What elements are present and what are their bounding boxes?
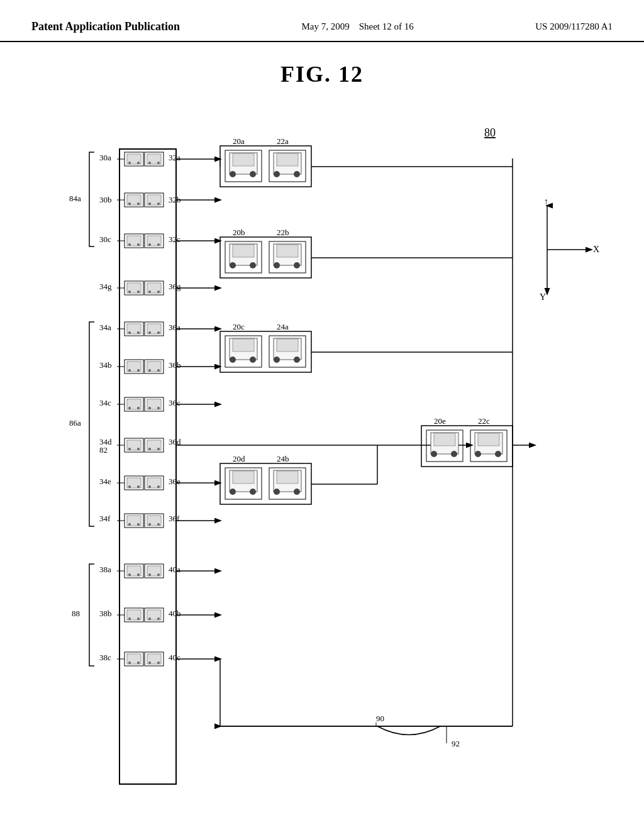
svg-point-167 [294, 171, 300, 177]
label-38c: 38c [99, 653, 111, 662]
label-90: 90 [376, 714, 384, 723]
conveyor-row-34d [125, 438, 164, 452]
svg-point-98 [157, 485, 160, 488]
svg-rect-198 [277, 471, 298, 484]
label-88: 88 [72, 609, 80, 618]
svg-point-60 [137, 369, 140, 372]
svg-point-4 [128, 162, 131, 164]
label-Y: Y [540, 292, 546, 302]
svg-point-142 [157, 661, 160, 664]
svg-point-200 [294, 489, 300, 495]
svg-point-53 [148, 331, 151, 334]
patent-diagram: 80 30a [31, 111, 610, 830]
svg-point-42 [148, 290, 151, 293]
label-34e: 34e [99, 477, 111, 486]
label-38a: 38a [99, 565, 111, 574]
label-84a: 84a [69, 194, 81, 203]
svg-rect-176 [277, 245, 298, 257]
svg-point-184 [250, 357, 256, 363]
svg-point-32 [157, 243, 160, 246]
label-24a: 24a [277, 322, 289, 331]
conveyor-row-34g [125, 281, 164, 295]
svg-point-16 [137, 202, 140, 205]
svg-point-9 [148, 162, 151, 164]
svg-point-31 [148, 243, 151, 246]
svg-point-194 [230, 489, 236, 495]
svg-point-75 [148, 407, 151, 409]
svg-point-166 [274, 171, 280, 177]
label-40c: 40c [169, 653, 180, 662]
svg-point-15 [128, 202, 131, 205]
svg-point-82 [137, 448, 140, 450]
conveyor-row-38c [125, 652, 164, 666]
label-36b: 36b [169, 360, 181, 370]
figure-title: FIG. 12 [0, 61, 644, 87]
svg-point-199 [274, 489, 280, 495]
patent-number-label: US 2009/117280 A1 [535, 19, 613, 32]
svg-point-49 [137, 331, 140, 334]
svg-rect-204 [434, 433, 455, 446]
svg-point-103 [128, 523, 131, 526]
label-82: 82 [99, 445, 108, 455]
svg-point-114 [128, 573, 131, 576]
svg-point-70 [128, 407, 131, 409]
svg-point-26 [128, 243, 131, 246]
svg-point-211 [495, 451, 501, 457]
conveyor-row-34e [125, 476, 164, 490]
label-36e: 36e [169, 477, 180, 486]
label-22b: 22b [277, 228, 289, 237]
svg-point-54 [157, 331, 160, 334]
date-label: May 7, 2009 Sheet 12 of 16 [301, 19, 413, 32]
label-20e: 20e [434, 416, 446, 426]
label-38b: 38b [99, 609, 112, 618]
svg-point-108 [148, 523, 151, 526]
label-40a: 40a [169, 565, 180, 574]
svg-rect-171 [233, 245, 254, 257]
svg-point-71 [137, 407, 140, 409]
svg-point-205 [431, 451, 437, 457]
svg-point-20 [148, 202, 151, 205]
svg-point-115 [137, 573, 140, 576]
svg-point-131 [157, 617, 160, 620]
svg-point-141 [148, 661, 151, 664]
svg-point-10 [157, 162, 160, 164]
svg-point-81 [128, 448, 131, 450]
label-34c: 34c [99, 398, 111, 407]
label-80: 80 [484, 126, 496, 139]
svg-point-177 [274, 262, 280, 268]
svg-point-76 [157, 407, 160, 409]
svg-point-27 [137, 243, 140, 246]
svg-point-93 [137, 485, 140, 488]
conveyor-row-30a [125, 152, 164, 166]
label-92: 92 [452, 739, 460, 748]
svg-point-43 [157, 290, 160, 293]
conveyor-row-30b [125, 193, 164, 207]
svg-point-97 [148, 485, 151, 488]
label-36c: 36c [169, 398, 180, 407]
main-content: FIG. 12 80 30a [0, 61, 644, 822]
label-30b: 30b [99, 195, 112, 204]
label-24b: 24b [277, 454, 289, 463]
svg-point-188 [274, 357, 280, 363]
label-20c: 20c [233, 322, 245, 331]
label-40b: 40b [169, 609, 181, 618]
page-header: Patent Application Publication May 7, 20… [0, 0, 644, 42]
label-32a: 32a [169, 153, 180, 162]
svg-point-136 [128, 661, 131, 664]
label-34f: 34f [99, 514, 111, 523]
svg-point-172 [230, 262, 236, 268]
svg-point-178 [294, 262, 300, 268]
svg-point-183 [230, 357, 236, 363]
label-36a: 36a [169, 323, 180, 332]
label-86a: 86a [69, 418, 81, 428]
svg-point-37 [128, 290, 131, 293]
publication-label: Patent Application Publication [31, 19, 180, 35]
label-20b: 20b [233, 228, 245, 237]
label-34b: 34b [99, 360, 112, 370]
label-34g: 34g [99, 282, 112, 291]
svg-rect-160 [233, 153, 254, 166]
label-20a: 20a [233, 136, 245, 146]
conveyor-row-38a [125, 564, 164, 578]
svg-point-189 [294, 357, 300, 363]
svg-point-64 [148, 369, 151, 372]
